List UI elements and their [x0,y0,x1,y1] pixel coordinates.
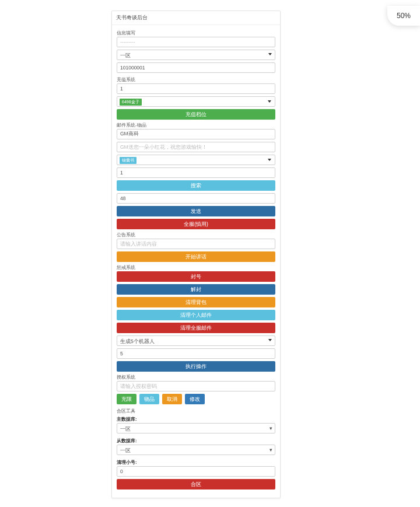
id-input[interactable] [117,62,275,73]
from-db-label: 从数据库: [117,438,275,444]
section-label-signal: 信息填写 [117,30,275,36]
auth-modify-button[interactable]: 修改 [185,394,205,404]
recharge-num-input[interactable] [117,83,275,94]
from-db-select[interactable]: 一区 [117,445,275,455]
section-label-punish: 惩戒系统 [117,264,275,271]
signal-input[interactable] [117,37,275,47]
robot-action-select[interactable]: 生成5个机器人 [117,335,275,346]
clear-personal-mail-button[interactable]: 清理个人邮件 [117,310,275,320]
caret-down-icon [268,100,271,103]
clear-bag-button[interactable]: 清理背包 [117,297,275,307]
mail-num-input[interactable] [117,167,275,178]
zoom-badge: 50% [387,6,420,26]
main-db-select[interactable]: 一区 [117,423,275,433]
auth-buttons-row: 充限 物品 取消 修改 [117,394,275,407]
clear-sub-input[interactable] [117,466,275,477]
send-button[interactable]: 发送 [117,206,275,216]
unban-button[interactable]: 解封 [117,284,275,295]
auth-full-button[interactable]: 充限 [117,394,136,404]
mail-item-select[interactable]: 锦囊书 [117,155,275,165]
section-label-recharge: 充值系统 [117,76,275,83]
announce-button[interactable]: 开始讲话 [117,251,275,262]
clear-sub-label: 清理小号: [117,459,275,466]
recharge-item-select[interactable]: 6498盒子 [117,96,275,107]
mail-title-input[interactable] [117,129,275,139]
admin-panel: 天书奇谈后台 信息填写 一区 充值系统 6498盒子 充值档位 邮件系统-物品 … [111,11,281,498]
panel-body: 信息填写 一区 充值系统 6498盒子 充值档位 邮件系统-物品 锦囊书 搜索 … [112,25,280,493]
zone-select[interactable]: 一区 [117,50,275,60]
section-label-announce: 公告系统 [117,232,275,238]
recharge-button[interactable]: 充值档位 [117,109,275,120]
zoom-value: 50% [397,12,411,20]
clear-all-mail-button[interactable]: 清理全服邮件 [117,323,275,333]
main-db-label: 主数据库: [117,416,275,422]
auth-password-input[interactable] [117,381,275,391]
pill-label: 锦囊书 [120,157,136,164]
ban-button[interactable]: 封号 [117,271,275,282]
panel-title: 天书奇谈后台 [112,11,280,25]
pill-label: 6498盒子 [120,99,142,106]
merge-button[interactable]: 合区 [117,479,275,489]
auth-item-button[interactable]: 物品 [139,394,159,404]
announce-input[interactable] [117,239,275,249]
section-label-mail: 邮件系统-物品 [117,122,275,128]
search-button[interactable]: 搜索 [117,180,275,191]
caret-down-icon [268,159,271,161]
robot-num-input[interactable] [117,348,275,359]
section-label-auth: 授权系统 [117,374,275,380]
execute-button[interactable]: 执行操作 [117,361,275,372]
all-server-button[interactable]: 全服(慎用) [117,219,275,229]
auth-cancel-button[interactable]: 取消 [162,394,182,404]
mail-content-input[interactable] [117,142,275,152]
mail-amount-input[interactable] [117,193,275,204]
section-label-merge-tool: 合区工具 [117,408,275,414]
